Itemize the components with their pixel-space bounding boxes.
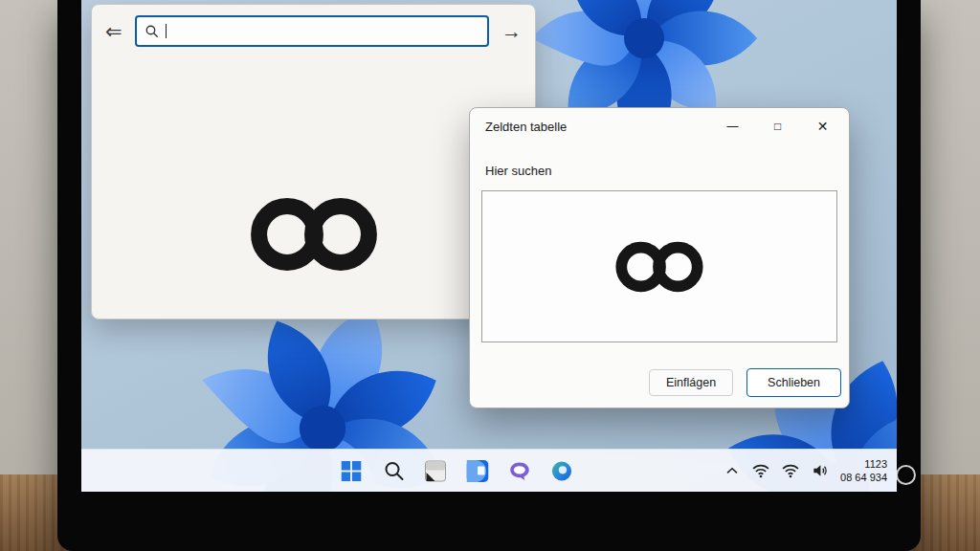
volume-button[interactable] <box>811 461 830 480</box>
paste-button[interactable]: Einflágen <box>649 369 733 396</box>
taskbar-search-button[interactable] <box>381 458 407 484</box>
edge-icon <box>551 460 573 482</box>
search-here-label: Hier suchen <box>485 164 551 178</box>
close-icon: ✕ <box>817 119 829 134</box>
laptop-bezel: ⇐ → <box>57 0 921 551</box>
dialog-titlebar[interactable]: Zeldten tabelle — □ ✕ <box>470 108 849 144</box>
window-controls: — □ ✕ <box>710 108 849 144</box>
search-icon <box>383 460 404 481</box>
task-view-button[interactable] <box>423 458 449 484</box>
network-button[interactable] <box>751 461 770 480</box>
back-arrow-icon[interactable]: ⇐ <box>105 21 122 41</box>
power-button <box>896 465 916 485</box>
chat-button[interactable] <box>507 458 533 484</box>
taskbar-center-icons <box>339 450 575 492</box>
maximize-button[interactable]: □ <box>755 108 800 144</box>
clock-date: 08 64 934 <box>840 471 887 484</box>
dialog-footer: Einflágen Schlieben <box>649 368 841 397</box>
search-window-toolbar: ⇐ → <box>92 5 535 56</box>
wifi-icon <box>751 461 770 480</box>
go-arrow-icon[interactable]: → <box>501 21 522 41</box>
system-tray: 1123 08 64 934 <box>724 450 887 492</box>
infinity-symbol <box>236 192 391 276</box>
dialog-title: Zeldten tabelle <box>485 120 567 134</box>
close-dialog-button[interactable]: Schlieben <box>746 368 841 397</box>
windows-logo-icon <box>342 461 362 481</box>
volume-icon <box>811 461 830 480</box>
infinity-symbol <box>606 237 713 296</box>
wifi-icon <box>781 461 800 480</box>
search-input[interactable] <box>135 15 489 47</box>
task-view-icon <box>425 460 447 482</box>
minimize-button[interactable]: — <box>710 108 755 144</box>
maximize-icon: □ <box>774 120 781 133</box>
store-button[interactable] <box>465 458 491 484</box>
taskbar: 1123 08 64 934 <box>81 449 897 492</box>
dialog-preview-box[interactable] <box>481 190 837 342</box>
start-button[interactable] <box>339 458 365 484</box>
chat-icon <box>509 460 531 482</box>
text-caret <box>166 24 167 38</box>
close-button[interactable]: ✕ <box>800 108 845 144</box>
scene-background: ⇐ → <box>0 0 980 551</box>
chevron-up-icon <box>724 462 741 479</box>
edge-button[interactable] <box>549 458 575 484</box>
screen: ⇐ → <box>81 0 897 492</box>
minimize-icon: — <box>727 120 739 133</box>
dialog-window: Zeldten tabelle — □ ✕ Hier suchen <box>469 107 850 408</box>
tray-overflow-button[interactable] <box>724 462 741 479</box>
clock-time: 1123 <box>840 457 887 471</box>
taskbar-clock[interactable]: 1123 08 64 934 <box>840 457 887 485</box>
wifi-button[interactable] <box>781 461 800 480</box>
magnifier-icon <box>145 24 159 38</box>
store-icon <box>467 460 489 482</box>
